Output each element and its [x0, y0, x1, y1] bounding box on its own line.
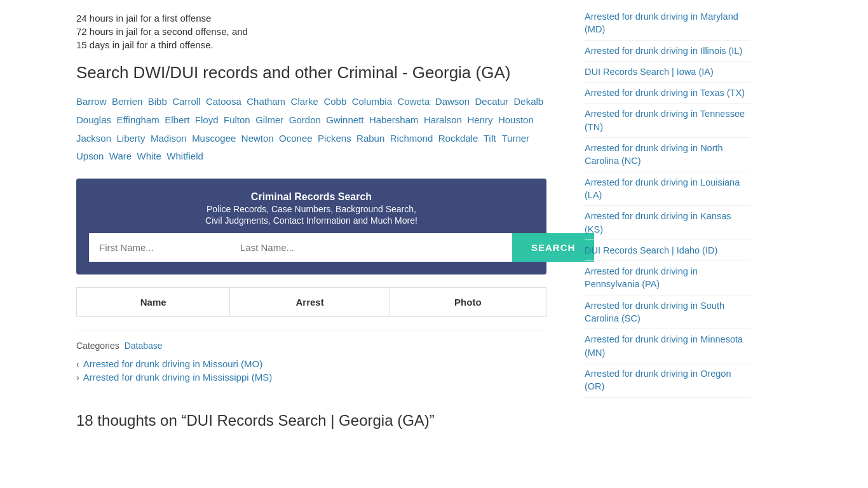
sidebar-link[interactable]: Arrested for drunk driving in Pennsylvan…: [585, 261, 750, 295]
main-content: 24 hours in jail for a first offense 72 …: [0, 0, 572, 442]
sidebar-link[interactable]: DUI Records Search | Iowa (IA): [585, 62, 750, 83]
results-table: Name Arrest Photo: [76, 287, 546, 317]
county-link[interactable]: Madison: [151, 133, 187, 144]
location-input[interactable]: Nationwide: [371, 233, 512, 262]
county-link[interactable]: Floyd: [195, 114, 219, 125]
county-link[interactable]: Decatur: [475, 96, 508, 107]
prev-nav-link: ‹ Arrested for drunk driving in Missouri…: [76, 358, 546, 369]
county-link[interactable]: Habersham: [369, 114, 419, 125]
county-link[interactable]: Henry: [467, 114, 492, 125]
prev-arrow-icon: ‹: [76, 359, 79, 369]
county-link[interactable]: Catoosa: [206, 96, 241, 107]
county-link[interactable]: Gwinnett: [326, 114, 363, 125]
county-link[interactable]: Gilmer: [255, 114, 283, 125]
jail-item-2: 72 hours in jail for a second offense, a…: [76, 26, 546, 37]
county-link[interactable]: Liberty: [116, 133, 145, 144]
last-name-input[interactable]: [230, 233, 371, 262]
sidebar: Arrested for drunk driving in Maryland (…: [572, 0, 763, 442]
county-link[interactable]: Turner: [501, 133, 529, 144]
county-link[interactable]: Whitfield: [166, 151, 203, 161]
table-header-arrest: Arrest: [230, 288, 390, 317]
table-header-row: Name Arrest Photo: [77, 288, 546, 317]
sidebar-link[interactable]: Arrested for drunk driving in Maryland (…: [585, 6, 750, 41]
table-header-name: Name: [77, 288, 230, 317]
search-box-section: Criminal Records Search Police Records, …: [76, 179, 546, 274]
post-navigation: Categories Database ‹ Arrested for drunk…: [76, 330, 546, 393]
sidebar-link[interactable]: Arrested for drunk driving in Illinois (…: [585, 41, 750, 62]
search-form: Nationwide SEARCH: [89, 233, 534, 262]
county-link[interactable]: Douglas: [76, 114, 111, 125]
county-link[interactable]: Chatham: [247, 96, 285, 107]
county-link[interactable]: Dawson: [435, 96, 470, 107]
county-link[interactable]: Rabun: [356, 133, 384, 144]
county-link[interactable]: Berrien: [112, 96, 142, 107]
next-post-link[interactable]: Arrested for drunk driving in Mississipp…: [83, 372, 273, 383]
county-link[interactable]: Oconee: [279, 133, 313, 144]
sidebar-link[interactable]: Arrested for drunk driving in Minnesota …: [585, 329, 750, 363]
search-box-subtitle2: Civil Judgments, Contact Information and…: [89, 215, 534, 226]
sidebar-link[interactable]: Arrested for drunk driving in Texas (TX): [585, 83, 750, 104]
county-link[interactable]: Newton: [241, 133, 274, 144]
county-link[interactable]: Carroll: [172, 96, 200, 107]
county-link[interactable]: Cobb: [323, 96, 346, 107]
section-title: Search DWI/DUI records and other Crimina…: [76, 63, 546, 83]
county-link[interactable]: White: [137, 151, 161, 161]
comments-title: 18 thoughts on “DUI Records Search | Geo…: [76, 412, 546, 430]
prev-post-link[interactable]: Arrested for drunk driving in Missouri (…: [83, 358, 263, 369]
sidebar-link[interactable]: Arrested for drunk driving in Oregon (OR…: [585, 363, 750, 398]
sidebar-link[interactable]: Arrested for drunk driving in Kansas (KS…: [585, 206, 750, 240]
county-link[interactable]: Haralson: [424, 114, 462, 125]
table-header-photo: Photo: [390, 288, 546, 317]
county-link[interactable]: Gordon: [289, 114, 321, 125]
county-link[interactable]: Elbert: [165, 114, 189, 125]
county-link[interactable]: Dekalb: [513, 96, 543, 107]
county-link[interactable]: Barrow: [76, 96, 107, 107]
sidebar-link[interactable]: Arrested for drunk driving in Louisiana …: [585, 172, 750, 207]
first-name-input[interactable]: [89, 233, 230, 262]
search-box-header: Criminal Records Search Police Records, …: [89, 191, 534, 226]
county-link[interactable]: Upson: [76, 151, 104, 161]
county-link[interactable]: Fulton: [224, 114, 250, 125]
county-link[interactable]: Jackson: [76, 133, 111, 144]
county-link[interactable]: Effingham: [117, 114, 159, 125]
comments-section: 18 thoughts on “DUI Records Search | Geo…: [76, 412, 546, 430]
search-box-title: Criminal Records Search: [89, 191, 534, 203]
county-link[interactable]: Clarke: [291, 96, 318, 107]
county-link[interactable]: Muscogee: [192, 133, 236, 144]
county-link[interactable]: Richmond: [390, 133, 433, 144]
county-links: Barrow Berrien Bibb Carroll Catoosa Chat…: [76, 93, 546, 166]
county-link[interactable]: Rockdale: [438, 133, 478, 144]
sidebar-link[interactable]: Arrested for drunk driving in South Caro…: [585, 295, 750, 330]
jail-offense-list: 24 hours in jail for a first offense 72 …: [76, 13, 546, 50]
category-label: Categories: [76, 341, 119, 351]
county-link[interactable]: Ware: [109, 151, 132, 161]
county-link[interactable]: Coweta: [398, 96, 430, 107]
sidebar-link[interactable]: Arrested for drunk driving in Tennessee …: [585, 104, 750, 138]
next-nav-link: › Arrested for drunk driving in Mississi…: [76, 372, 546, 383]
jail-item-1: 24 hours in jail for a first offense: [76, 13, 546, 24]
sidebar-link[interactable]: DUI Records Search | Idaho (ID): [585, 240, 750, 261]
post-categories: Categories Database: [76, 341, 546, 351]
category-link[interactable]: Database: [125, 341, 163, 351]
next-arrow-icon: ›: [76, 372, 79, 383]
jail-item-3: 15 days in jail for a third offense.: [76, 39, 546, 50]
sidebar-link[interactable]: Arrested for drunk driving in North Caro…: [585, 138, 750, 172]
county-link[interactable]: Tift: [484, 133, 496, 144]
county-link[interactable]: Houston: [498, 114, 534, 125]
county-link[interactable]: Pickens: [318, 133, 351, 144]
county-link[interactable]: Columbia: [352, 96, 392, 107]
nav-links: ‹ Arrested for drunk driving in Missouri…: [76, 358, 546, 383]
search-box-subtitle1: Police Records, Case Numbers, Background…: [89, 204, 534, 214]
county-link[interactable]: Bibb: [148, 96, 167, 107]
